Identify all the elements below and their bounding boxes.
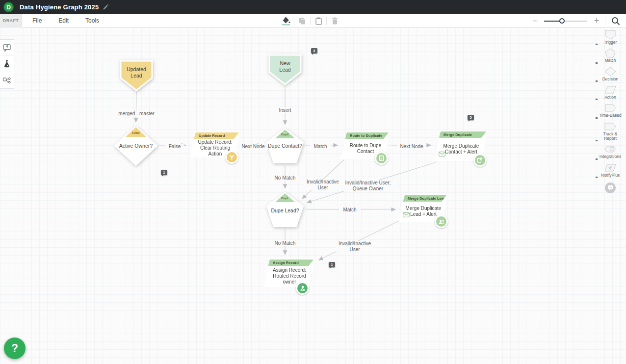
node-active-owner[interactable]: Lead Active Owner? <box>113 125 158 167</box>
action-card: Assign Record Assign Record: Routed Reco… <box>264 259 315 287</box>
node-route-to-dupe-contact[interactable]: Route to Duplicate Contact Route to Dupe… <box>341 131 390 159</box>
comment-count-badge[interactable]: 3 <box>311 48 317 53</box>
action-shape-icon <box>604 85 616 95</box>
palette-item-label: Trigger <box>604 40 617 45</box>
edge-label: False <box>165 144 184 150</box>
node-palette: Trigger Match Decision Action Time-Based… <box>597 28 624 193</box>
edge-label: Next Node <box>238 144 268 150</box>
flow-tool[interactable] <box>0 72 14 88</box>
decision-shape-icon <box>604 67 616 77</box>
titlebar: D Data Hygiene Graph 2025 <box>0 0 626 14</box>
zoom-slider-thumb[interactable] <box>559 18 565 24</box>
palette-item-integrations[interactable]: Integrations <box>597 143 624 161</box>
edge-label: Invalid/Inactive User <box>336 241 373 252</box>
chat-bubble-button[interactable] <box>605 182 616 193</box>
node-merge-duplicate-contact[interactable]: Merge Duplicate Contact Merge Duplicate … <box>435 130 488 161</box>
edge-label: Invalid/Inactive User; Queue Owner <box>339 180 397 191</box>
menu-file[interactable]: File <box>26 17 48 24</box>
node-header: Update Record <box>191 132 239 139</box>
canvas-tools <box>279 14 342 27</box>
track-report-shape-icon <box>604 122 616 131</box>
node-header: Merge Duplicate Lead <box>400 195 446 202</box>
palette-item-label: Action <box>604 95 616 100</box>
toolbar-divider <box>294 17 294 25</box>
app-logo-letter: D <box>6 4 11 11</box>
help-button-label: ? <box>11 342 18 355</box>
palette-item-action[interactable]: Action <box>597 83 624 102</box>
zoom-controls: − + <box>529 14 623 27</box>
edge-label: Next Node <box>397 144 426 150</box>
paint-bucket-icon[interactable] <box>279 14 293 27</box>
toolbar-divider <box>310 17 311 25</box>
copy-icon[interactable] <box>295 14 310 27</box>
merge-contact-icon <box>473 154 487 167</box>
match-shape-icon <box>604 48 616 58</box>
comment-count-badge[interactable]: 1 <box>161 170 167 175</box>
toolbar: DRAFT File Edit Tools <box>0 14 626 27</box>
palette-item-match[interactable]: Match <box>597 47 624 65</box>
palette-item-label: Integrations <box>600 155 621 159</box>
chat-bubble-icon <box>607 185 614 191</box>
trash-icon[interactable] <box>327 14 342 27</box>
palette-item-label: Decision <box>602 77 619 81</box>
node-dupe-lead[interactable]: DupL Dupe Lead? <box>265 191 305 228</box>
paste-icon[interactable] <box>311 14 326 27</box>
node-assign-record[interactable]: Assign Record Assign Record: Routed Reco… <box>264 259 315 287</box>
edge-label: merged - master <box>114 111 158 117</box>
menu-edit[interactable]: Edit <box>52 17 75 24</box>
email-alert-icon <box>439 150 445 158</box>
palette-item-label: Match <box>604 58 616 63</box>
toolbar-divider <box>326 17 327 25</box>
zoom-out-button[interactable]: − <box>529 17 540 26</box>
search-icon[interactable] <box>608 14 623 27</box>
palette-item-label: Time-Based <box>599 113 622 118</box>
comments-tool[interactable]: 4 <box>0 40 14 56</box>
contact-book-icon <box>375 152 388 165</box>
palette-item-track-report[interactable]: Track & Report <box>597 120 624 143</box>
toolbar-divider <box>605 17 605 25</box>
edge-label: Match <box>310 144 331 150</box>
app-logo: D <box>3 2 14 12</box>
edges-layer <box>0 27 626 364</box>
status-badge: DRAFT <box>0 14 22 27</box>
trigger-shape-icon <box>604 30 616 40</box>
edge-label: No Match <box>270 240 300 246</box>
email-alert-icon <box>403 210 410 219</box>
flask-tool[interactable] <box>0 56 14 72</box>
node-update-record[interactable]: Update Record Update Record: Clear Routi… <box>190 131 240 157</box>
edge-label: No Match <box>270 175 300 181</box>
comment-count-badge[interactable]: 5 <box>468 115 474 120</box>
node-updated-lead[interactable]: Updated Lead <box>119 60 154 92</box>
palette-item-notifyplus[interactable]: NotifyPlus <box>597 161 624 180</box>
graph-title: Data Hygiene Graph 2025 <box>20 3 99 11</box>
palette-item-label: NotifyPlus <box>601 173 620 178</box>
branch-action-icon <box>225 151 238 164</box>
menu-tools[interactable]: Tools <box>79 17 105 24</box>
palette-item-label: Track & Report <box>599 132 622 141</box>
edge-label: Match <box>339 207 361 213</box>
time-based-shape-icon <box>604 103 616 113</box>
palette-item-decision[interactable]: Decision <box>597 65 624 83</box>
edge-label: Invalid/Inactive User <box>304 179 341 190</box>
edit-title-icon[interactable] <box>103 4 109 10</box>
flow-canvas[interactable]: 4 Updated Lead New Lead <box>0 27 626 364</box>
assign-owner-icon <box>296 282 309 295</box>
merge-lead-people-icon <box>435 215 448 228</box>
left-toolbox: 4 <box>0 39 14 89</box>
notifyplus-shape-icon <box>604 163 616 173</box>
node-new-lead[interactable]: New Lead <box>268 54 302 86</box>
node-header: Route to Duplicate Contact <box>342 132 389 139</box>
help-button[interactable]: ? <box>4 338 26 359</box>
zoom-slider[interactable] <box>544 21 587 22</box>
node-header: Assign Record <box>265 260 313 266</box>
edge-label: Insert <box>273 107 297 113</box>
palette-item-time-based[interactable]: Time-Based <box>597 102 624 120</box>
node-dupe-contact[interactable]: DupC Dupe Contact? <box>265 127 305 164</box>
zoom-in-button[interactable]: + <box>591 16 602 26</box>
node-merge-duplicate-lead[interactable]: Merge Duplicate Lead Merge Duplicate Lea… <box>399 194 448 222</box>
palette-item-trigger[interactable]: Trigger <box>597 28 624 47</box>
comment-count-badge[interactable]: 1 <box>329 262 335 267</box>
integrations-shape-icon <box>604 144 616 154</box>
node-header: Merge Duplicate Contact <box>436 131 486 138</box>
